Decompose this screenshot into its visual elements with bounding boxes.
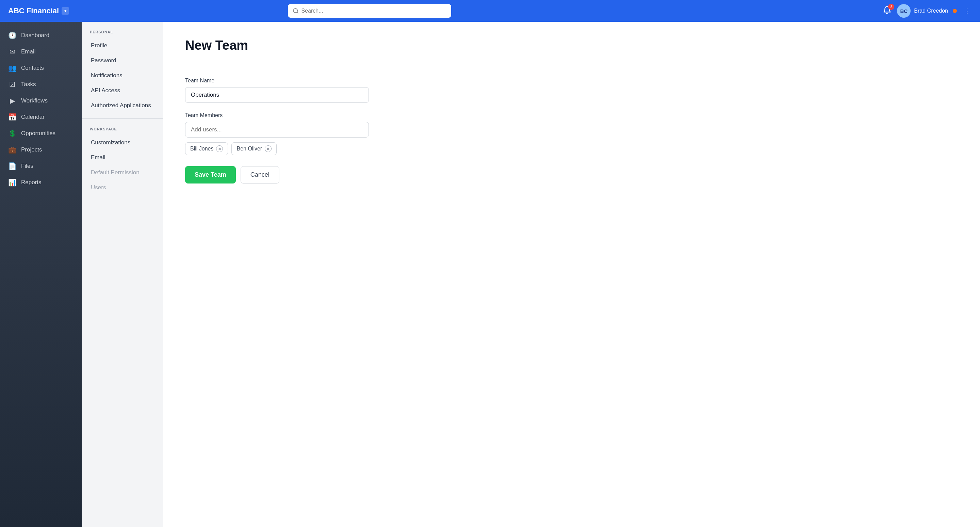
sidebar: 🕐 Dashboard ✉ Email 👥 Contacts ☑ Tasks ▶… (0, 22, 82, 527)
sidebar-label-tasks: Tasks (21, 81, 36, 88)
settings-item-profile[interactable]: Profile (82, 38, 163, 53)
body-layout: 🕐 Dashboard ✉ Email 👥 Contacts ☑ Tasks ▶… (0, 22, 980, 527)
sidebar-item-tasks[interactable]: ☑ Tasks (0, 76, 82, 92)
more-options-button[interactable]: ⋮ (962, 7, 972, 15)
brand-name: ABC Financial (8, 6, 59, 15)
member-tag-ben-oliver: Ben Oliver × (231, 142, 277, 155)
settings-item-api-access[interactable]: API Access (82, 83, 163, 98)
sidebar-item-calendar[interactable]: 📅 Calendar (0, 109, 82, 125)
sidebar-label-contacts: Contacts (21, 65, 44, 72)
top-nav: ABC Financial ▾ 2 BC Brad Creedon ⋮ (0, 0, 980, 22)
settings-item-default-permission: Default Permission (82, 165, 163, 180)
workflows-icon: ▶ (8, 97, 16, 105)
main-content: New Team Team Name Team Members Bill Jon… (163, 22, 980, 527)
sidebar-label-files: Files (21, 163, 33, 170)
reports-icon: 📊 (8, 178, 16, 186)
form-divider (185, 64, 958, 64)
user-area[interactable]: BC Brad Creedon (897, 4, 957, 18)
contacts-icon: 👥 (8, 64, 16, 72)
sidebar-label-opportunities: Opportunities (21, 130, 56, 137)
workspace-section: WORKSPACE Customizations Email Default P… (82, 124, 163, 195)
settings-item-ws-email[interactable]: Email (82, 150, 163, 165)
member-tag-label: Ben Oliver (237, 146, 262, 152)
settings-item-notifications[interactable]: Notifications (82, 68, 163, 83)
nav-actions: 2 BC Brad Creedon ⋮ (883, 4, 972, 18)
member-tag-bill-jones: Bill Jones × (185, 142, 228, 155)
brand[interactable]: ABC Financial ▾ (8, 6, 69, 15)
member-tags: Bill Jones × Ben Oliver × (185, 142, 369, 155)
settings-item-customizations[interactable]: Customizations (82, 135, 163, 150)
team-name-label: Team Name (185, 78, 369, 84)
team-name-input[interactable] (185, 87, 369, 103)
settings-item-users: Users (82, 180, 163, 195)
sidebar-label-reports: Reports (21, 179, 41, 186)
search-bar (288, 4, 451, 18)
settings-divider (82, 118, 163, 119)
form-actions: Save Team Cancel (185, 166, 369, 183)
sidebar-item-workflows[interactable]: ▶ Workflows (0, 92, 82, 109)
sidebar-item-reports[interactable]: 📊 Reports (0, 174, 82, 191)
sidebar-item-opportunities[interactable]: 💲 Opportunities (0, 125, 82, 142)
notification-badge: 2 (888, 4, 894, 10)
save-team-button[interactable]: Save Team (185, 166, 236, 183)
sidebar-label-email: Email (21, 48, 36, 55)
sidebar-item-files[interactable]: 📄 Files (0, 158, 82, 174)
settings-item-authorized-apps[interactable]: Authorized Applications (82, 98, 163, 113)
sidebar-item-contacts[interactable]: 👥 Contacts (0, 60, 82, 76)
projects-icon: 💼 (8, 146, 16, 154)
sidebar-label-calendar: Calendar (21, 114, 45, 121)
brand-chevron-icon[interactable]: ▾ (62, 7, 69, 14)
files-icon: 📄 (8, 162, 16, 170)
search-icon (293, 8, 299, 14)
calendar-icon: 📅 (8, 113, 16, 121)
team-members-label: Team Members (185, 112, 369, 118)
workspace-section-label: WORKSPACE (82, 127, 163, 135)
member-tag-label: Bill Jones (190, 146, 213, 152)
page-title: New Team (185, 38, 958, 53)
sidebar-label-dashboard: Dashboard (21, 32, 49, 39)
opportunities-icon: 💲 (8, 129, 16, 137)
email-icon: ✉ (8, 48, 16, 56)
online-status-dot (953, 9, 957, 13)
sidebar-item-projects[interactable]: 💼 Projects (0, 142, 82, 158)
remove-bill-jones-button[interactable]: × (216, 145, 223, 152)
sidebar-item-dashboard[interactable]: 🕐 Dashboard (0, 27, 82, 44)
sidebar-label-workflows: Workflows (21, 97, 48, 104)
new-team-form: Team Name Team Members Bill Jones × Ben … (185, 78, 369, 183)
tasks-icon: ☑ (8, 80, 16, 89)
sidebar-item-email[interactable]: ✉ Email (0, 44, 82, 60)
notifications-button[interactable]: 2 (883, 6, 891, 16)
settings-item-password[interactable]: Password (82, 53, 163, 68)
remove-ben-oliver-button[interactable]: × (265, 145, 272, 152)
avatar: BC (897, 4, 911, 18)
settings-panel: PERSONAL Profile Password Notifications … (82, 22, 163, 527)
personal-section-label: PERSONAL (82, 30, 163, 38)
add-users-input[interactable] (185, 122, 369, 137)
user-name: Brad Creedon (914, 8, 948, 14)
sidebar-label-projects: Projects (21, 146, 42, 153)
dashboard-icon: 🕐 (8, 31, 16, 40)
cancel-button[interactable]: Cancel (240, 166, 279, 183)
search-input[interactable] (301, 8, 447, 14)
